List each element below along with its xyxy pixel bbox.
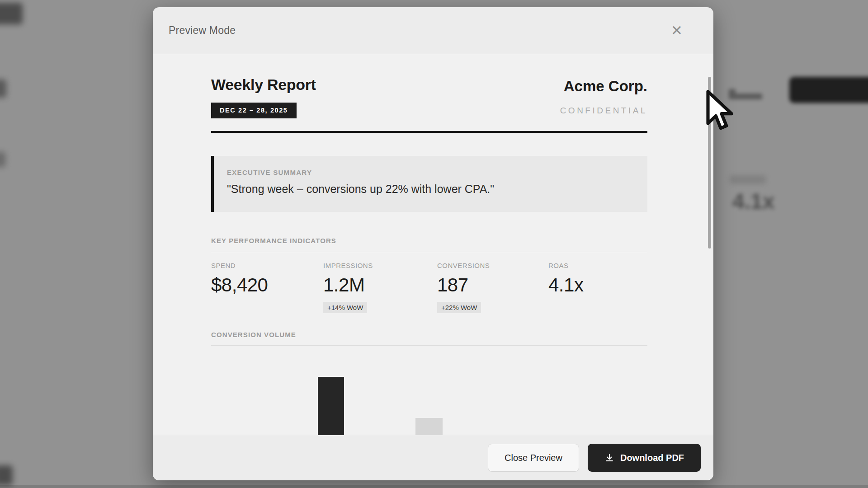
- conversion-chart: [211, 346, 647, 435]
- chart-bar: [415, 418, 443, 435]
- background-blurred-sidebar-item: [0, 465, 13, 485]
- modal-footer: Close Preview Download PDF: [153, 435, 713, 480]
- background-blurred-toggle-label: [729, 94, 762, 99]
- close-icon[interactable]: ✕: [669, 22, 684, 39]
- kpi-item-spend: SPEND $8,420: [211, 262, 323, 313]
- background-blurred-sidebar-item: [0, 152, 5, 167]
- backdrop: { "modal": { "title": "Preview Mode", "c…: [0, 0, 868, 488]
- kpi-item-conversions: CONVERSIONS 187 +22% WoW: [437, 262, 548, 313]
- background-blurred-primary-button: [789, 77, 868, 103]
- background-blurred-kpi-label: [730, 175, 766, 184]
- section-divider: [211, 252, 647, 252]
- modal-header: Preview Mode ✕: [153, 7, 713, 54]
- download-icon: [604, 453, 614, 463]
- kpi-value: 187: [437, 274, 548, 296]
- background-blurred-toggle-control: [729, 85, 779, 99]
- kpi-value: 4.1x: [548, 274, 647, 296]
- background-blurred-kpi-value: 4.1x: [732, 189, 791, 218]
- chart-section-label: CONVERSION VOLUME: [211, 331, 296, 338]
- kpi-item-impressions: IMPRESSIONS 1.2M +14% WoW: [323, 262, 437, 313]
- kpi-row: SPEND $8,420 IMPRESSIONS 1.2M +14% WoW C…: [211, 262, 647, 313]
- kpi-label: IMPRESSIONS: [323, 262, 437, 269]
- background-blurred-logo: [0, 3, 23, 24]
- executive-summary-label: EXECUTIVE SUMMARY: [227, 169, 647, 176]
- kpi-item-roas: ROAS 4.1x: [548, 262, 647, 313]
- date-range-badge: DEC 22 – 28, 2025: [211, 103, 297, 118]
- document-preview: Weekly Report DEC 22 – 28, 2025 Acme Cor…: [211, 54, 647, 435]
- report-title: Weekly Report: [211, 76, 316, 94]
- background-bottom-edge: [0, 485, 868, 488]
- kpi-delta-badge: +22% WoW: [437, 302, 481, 313]
- kpi-label: SPEND: [211, 262, 323, 269]
- company-name: Acme Corp.: [564, 78, 647, 95]
- modal-scrollbar-thumb[interactable]: [708, 77, 711, 249]
- kpi-label: ROAS: [548, 262, 647, 269]
- preview-modal: Preview Mode ✕ Weekly Report DEC 22 – 28…: [153, 7, 713, 480]
- executive-summary-quote: "Strong week – conversions up 22% with l…: [227, 183, 647, 196]
- chart-bar: [318, 377, 344, 435]
- kpi-section-label: KEY PERFORMANCE INDICATORS: [211, 237, 336, 244]
- background-blurred-sidebar-item: [0, 80, 6, 98]
- title-rule: [211, 131, 647, 133]
- download-pdf-button[interactable]: Download PDF: [588, 444, 701, 472]
- executive-summary-block: EXECUTIVE SUMMARY "Strong week – convers…: [211, 156, 647, 212]
- close-preview-button[interactable]: Close Preview: [488, 444, 579, 472]
- kpi-value: $8,420: [211, 274, 323, 296]
- kpi-delta-badge: +14% WoW: [323, 302, 367, 313]
- document-preview-viewport: Weekly Report DEC 22 – 28, 2025 Acme Cor…: [153, 54, 713, 435]
- download-pdf-label: Download PDF: [620, 453, 684, 463]
- kpi-label: CONVERSIONS: [437, 262, 548, 269]
- modal-title: Preview Mode: [169, 24, 236, 37]
- kpi-value: 1.2M: [323, 274, 437, 296]
- confidential-label: CONFIDENTIAL: [560, 106, 647, 116]
